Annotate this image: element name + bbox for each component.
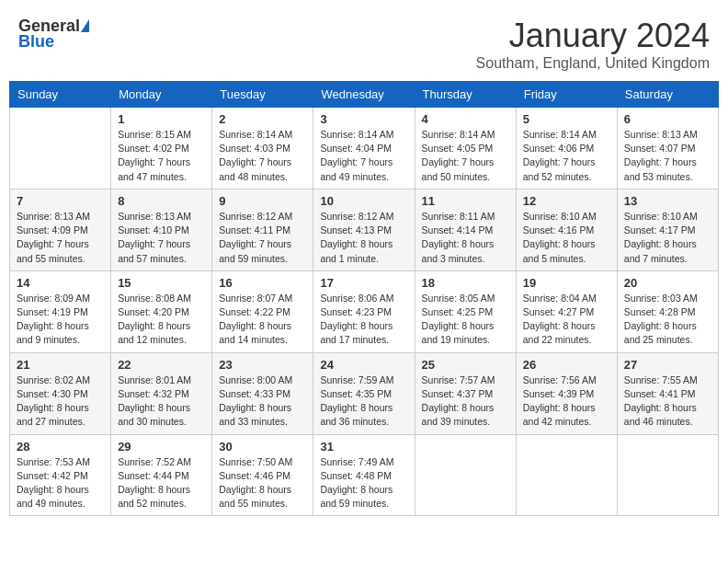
day-number: 5 — [523, 112, 610, 126]
day-info: Sunrise: 8:07 AMSunset: 4:22 PMDaylight:… — [219, 292, 306, 348]
calendar-cell: 26Sunrise: 7:56 AMSunset: 4:39 PMDayligh… — [516, 352, 617, 434]
calendar-cell: 23Sunrise: 8:00 AMSunset: 4:33 PMDayligh… — [212, 352, 313, 434]
calendar-cell: 9Sunrise: 8:12 AMSunset: 4:11 PMDaylight… — [212, 189, 313, 270]
day-info: Sunrise: 8:11 AMSunset: 4:14 PMDaylight:… — [422, 210, 509, 266]
day-info: Sunrise: 7:55 AMSunset: 4:41 PMDaylight:… — [624, 373, 711, 430]
day-info: Sunrise: 8:10 AMSunset: 4:17 PMDaylight:… — [624, 210, 711, 266]
calendar-cell: 11Sunrise: 8:11 AMSunset: 4:14 PMDayligh… — [415, 189, 516, 270]
day-info: Sunrise: 7:52 AMSunset: 4:44 PMDaylight:… — [118, 455, 205, 511]
day-number: 1 — [118, 112, 205, 126]
calendar-cell: 13Sunrise: 8:10 AMSunset: 4:17 PMDayligh… — [617, 189, 718, 270]
day-info: Sunrise: 8:14 AMSunset: 4:03 PMDaylight:… — [219, 128, 306, 184]
day-info: Sunrise: 7:50 AMSunset: 4:46 PMDaylight:… — [219, 455, 306, 511]
day-info: Sunrise: 8:14 AMSunset: 4:05 PMDaylight:… — [422, 128, 509, 184]
day-number: 31 — [320, 440, 407, 454]
day-number: 25 — [422, 358, 509, 372]
calendar-cell: 19Sunrise: 8:04 AMSunset: 4:27 PMDayligh… — [516, 270, 617, 352]
day-info: Sunrise: 7:56 AMSunset: 4:39 PMDaylight:… — [523, 373, 610, 430]
weekday-header-thursday: Thursday — [415, 82, 516, 108]
calendar-cell — [415, 434, 516, 516]
calendar-cell: 8Sunrise: 8:13 AMSunset: 4:10 PMDaylight… — [111, 189, 212, 270]
calendar-cell: 31Sunrise: 7:49 AMSunset: 4:48 PMDayligh… — [313, 434, 415, 516]
calendar-cell: 15Sunrise: 8:08 AMSunset: 4:20 PMDayligh… — [111, 270, 212, 352]
calendar-cell: 14Sunrise: 8:09 AMSunset: 4:19 PMDayligh… — [10, 270, 111, 352]
day-info: Sunrise: 8:15 AMSunset: 4:02 PMDaylight:… — [118, 128, 205, 184]
day-number: 2 — [219, 112, 306, 126]
calendar-cell: 2Sunrise: 8:14 AMSunset: 4:03 PMDaylight… — [212, 108, 313, 190]
calendar: SundayMondayTuesdayWednesdayThursdayFrid… — [9, 81, 719, 516]
day-info: Sunrise: 8:09 AMSunset: 4:19 PMDaylight:… — [17, 292, 104, 348]
day-number: 17 — [320, 276, 407, 290]
calendar-cell: 6Sunrise: 8:13 AMSunset: 4:07 PMDaylight… — [617, 108, 718, 190]
day-number: 8 — [118, 194, 205, 208]
calendar-cell — [10, 108, 111, 190]
weekday-header-sunday: Sunday — [10, 82, 111, 108]
calendar-cell: 10Sunrise: 8:12 AMSunset: 4:13 PMDayligh… — [313, 189, 415, 270]
month-title: January 2024 — [476, 17, 710, 55]
day-info: Sunrise: 7:59 AMSunset: 4:35 PMDaylight:… — [320, 373, 407, 430]
day-number: 3 — [320, 112, 407, 126]
calendar-cell: 29Sunrise: 7:52 AMSunset: 4:44 PMDayligh… — [111, 434, 212, 516]
day-info: Sunrise: 8:08 AMSunset: 4:20 PMDaylight:… — [118, 292, 205, 348]
day-number: 20 — [624, 276, 711, 290]
day-number: 9 — [219, 194, 306, 208]
calendar-cell: 3Sunrise: 8:14 AMSunset: 4:04 PMDaylight… — [313, 108, 415, 190]
day-number: 16 — [219, 276, 306, 290]
day-info: Sunrise: 7:53 AMSunset: 4:42 PMDaylight:… — [17, 455, 104, 511]
logo-blue-text: Blue — [18, 32, 54, 52]
day-number: 6 — [624, 112, 711, 126]
day-info: Sunrise: 8:12 AMSunset: 4:13 PMDaylight:… — [320, 210, 407, 266]
day-number: 21 — [17, 358, 104, 372]
calendar-cell — [617, 434, 718, 516]
day-number: 22 — [118, 358, 205, 372]
day-number: 13 — [624, 194, 711, 208]
calendar-cell: 25Sunrise: 7:57 AMSunset: 4:37 PMDayligh… — [415, 352, 516, 434]
day-number: 14 — [17, 276, 104, 290]
day-info: Sunrise: 8:13 AMSunset: 4:10 PMDaylight:… — [118, 210, 205, 266]
calendar-cell: 16Sunrise: 8:07 AMSunset: 4:22 PMDayligh… — [212, 270, 313, 352]
calendar-cell: 30Sunrise: 7:50 AMSunset: 4:46 PMDayligh… — [212, 434, 313, 516]
day-info: Sunrise: 8:13 AMSunset: 4:07 PMDaylight:… — [624, 128, 711, 184]
day-number: 19 — [523, 276, 610, 290]
day-number: 28 — [17, 440, 104, 454]
calendar-cell: 18Sunrise: 8:05 AMSunset: 4:25 PMDayligh… — [415, 270, 516, 352]
day-info: Sunrise: 8:13 AMSunset: 4:09 PMDaylight:… — [17, 210, 104, 266]
calendar-cell: 20Sunrise: 8:03 AMSunset: 4:28 PMDayligh… — [617, 270, 718, 352]
day-number: 26 — [523, 358, 610, 372]
weekday-header-wednesday: Wednesday — [313, 82, 415, 108]
day-info: Sunrise: 8:14 AMSunset: 4:04 PMDaylight:… — [320, 128, 407, 184]
calendar-cell: 21Sunrise: 8:02 AMSunset: 4:30 PMDayligh… — [10, 352, 111, 434]
day-info: Sunrise: 8:05 AMSunset: 4:25 PMDaylight:… — [422, 292, 509, 348]
day-info: Sunrise: 8:14 AMSunset: 4:06 PMDaylight:… — [523, 128, 610, 184]
day-number: 11 — [422, 194, 509, 208]
weekday-header-friday: Friday — [516, 82, 617, 108]
calendar-cell: 24Sunrise: 7:59 AMSunset: 4:35 PMDayligh… — [313, 352, 415, 434]
day-number: 12 — [523, 194, 610, 208]
day-number: 27 — [624, 358, 711, 372]
calendar-cell: 22Sunrise: 8:01 AMSunset: 4:32 PMDayligh… — [111, 352, 212, 434]
day-number: 15 — [118, 276, 205, 290]
day-info: Sunrise: 8:02 AMSunset: 4:30 PMDaylight:… — [17, 373, 104, 430]
logo: General Blue — [18, 17, 89, 52]
day-info: Sunrise: 8:00 AMSunset: 4:33 PMDaylight:… — [219, 373, 306, 430]
weekday-header-tuesday: Tuesday — [212, 82, 313, 108]
calendar-cell: 12Sunrise: 8:10 AMSunset: 4:16 PMDayligh… — [516, 189, 617, 270]
day-number: 18 — [422, 276, 509, 290]
day-number: 23 — [219, 358, 306, 372]
header: General Blue January 2024 Southam, Engla… — [9, 9, 719, 77]
day-number: 29 — [118, 440, 205, 454]
day-info: Sunrise: 8:12 AMSunset: 4:11 PMDaylight:… — [219, 210, 306, 266]
calendar-cell: 17Sunrise: 8:06 AMSunset: 4:23 PMDayligh… — [313, 270, 415, 352]
day-number: 30 — [219, 440, 306, 454]
weekday-header-monday: Monday — [111, 82, 212, 108]
title-area: January 2024 Southam, England, United Ki… — [476, 17, 710, 72]
calendar-cell: 1Sunrise: 8:15 AMSunset: 4:02 PMDaylight… — [111, 108, 212, 190]
day-info: Sunrise: 8:01 AMSunset: 4:32 PMDaylight:… — [118, 373, 205, 430]
calendar-cell: 28Sunrise: 7:53 AMSunset: 4:42 PMDayligh… — [10, 434, 111, 516]
calendar-cell: 7Sunrise: 8:13 AMSunset: 4:09 PMDaylight… — [10, 189, 111, 270]
calendar-cell — [516, 434, 617, 516]
day-info: Sunrise: 7:49 AMSunset: 4:48 PMDaylight:… — [320, 455, 407, 511]
day-info: Sunrise: 8:10 AMSunset: 4:16 PMDaylight:… — [523, 210, 610, 266]
day-info: Sunrise: 8:03 AMSunset: 4:28 PMDaylight:… — [624, 292, 711, 348]
calendar-cell: 4Sunrise: 8:14 AMSunset: 4:05 PMDaylight… — [415, 108, 516, 190]
